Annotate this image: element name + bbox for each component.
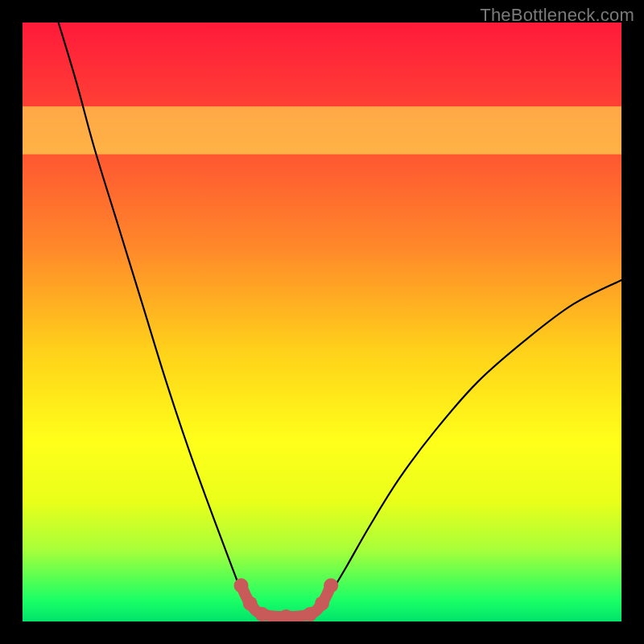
- bottom-bracket-dot-2: [255, 607, 270, 621]
- bottom-bracket-dot-5: [315, 597, 329, 611]
- plot-area: [23, 23, 621, 621]
- bottom-bracket-dot-1: [243, 597, 258, 611]
- svg-rect-1: [23, 106, 621, 155]
- bottom-bracket-dot-0: [234, 578, 249, 592]
- bottom-bracket-dot-6: [324, 578, 338, 592]
- bottom-bracket-dot-4: [303, 607, 317, 621]
- bottleneck-chart: [23, 23, 621, 621]
- chart-frame: TheBottleneck.com: [0, 0, 644, 644]
- watermark-label: TheBottleneck.com: [480, 5, 634, 26]
